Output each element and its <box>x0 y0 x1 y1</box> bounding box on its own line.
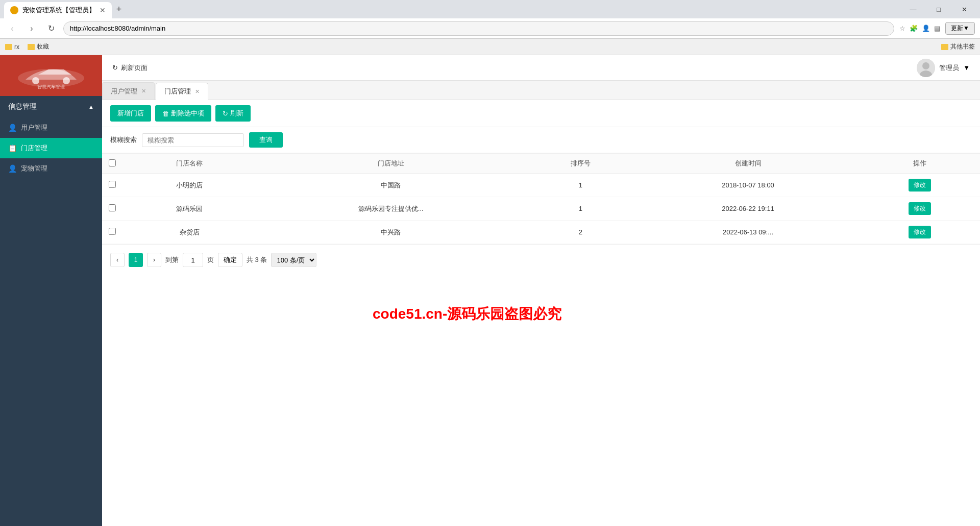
refresh-btn[interactable]: ↻ 刷新页面 <box>112 63 148 73</box>
sidebar-toggle-icon[interactable]: ▤ <box>934 25 940 32</box>
cell-address-0: 中国路 <box>257 174 525 197</box>
cell-order-1: 1 <box>525 197 636 221</box>
search-area: 模糊搜索 查询 <box>102 127 980 153</box>
new-tab-button[interactable]: + <box>112 2 126 16</box>
row-checkbox-1[interactable] <box>109 204 116 211</box>
page-unit: 页 <box>207 255 214 265</box>
cell-created-0: 2018-10-07 18:00 <box>636 174 860 197</box>
sidebar-logo: 智慧汽车管理 <box>0 55 102 96</box>
col-order: 排序号 <box>525 154 636 174</box>
bookmark-other[interactable]: 其他书签 <box>941 42 975 51</box>
page-size-select[interactable]: 100 条/页 50 条/页 20 条/页 <box>271 253 316 267</box>
close-btn[interactable]: ✕ <box>952 1 976 17</box>
row-checkbox-2[interactable] <box>109 228 116 235</box>
content-wrapper: code51.cn-源码乐园盗图必究 新增门店 🗑 删除选中项 ↻ 刷新 <box>102 100 980 275</box>
refresh-btn-label: 刷新 <box>230 109 243 118</box>
sidebar-section-header[interactable]: 信息管理 ▲ <box>0 96 102 117</box>
toolbar: 新增门店 🗑 删除选中项 ↻ 刷新 <box>102 100 980 127</box>
address-input[interactable] <box>63 21 894 36</box>
svg-point-1 <box>32 77 39 84</box>
cell-address-2: 中兴路 <box>257 221 525 244</box>
bookmark-label: 其他书签 <box>950 42 975 51</box>
tab-user-management[interactable]: 用户管理 ✕ <box>102 82 155 100</box>
modify-btn-0[interactable]: 修改 <box>909 179 931 192</box>
select-all-checkbox[interactable] <box>109 159 116 166</box>
avatar <box>917 59 935 77</box>
select-all-th <box>102 154 122 174</box>
minimize-btn[interactable]: — <box>901 1 925 17</box>
row-checkbox-0[interactable] <box>109 181 116 188</box>
goto-label: 到第 <box>165 255 179 265</box>
search-input[interactable] <box>142 133 244 147</box>
svg-point-5 <box>922 62 929 69</box>
chevron-up-icon: ▲ <box>88 104 94 110</box>
svg-point-2 <box>63 77 70 84</box>
profile-icon[interactable]: 👤 <box>922 25 930 32</box>
sidebar-item-label: 宠物管理 <box>21 164 47 173</box>
maximize-btn[interactable]: □ <box>927 1 950 17</box>
refresh-table-button[interactable]: ↻ 刷新 <box>215 105 251 122</box>
extensions-icon[interactable]: 🧩 <box>910 25 918 32</box>
table-row: 源码乐园 源码乐园专注提供优... 1 2022-06-22 19:11 修改 <box>102 197 980 221</box>
refresh-icon: ↻ <box>112 64 118 71</box>
header-user[interactable]: 管理员 ▼ <box>917 59 970 77</box>
cell-name-0: 小明的店 <box>122 174 257 197</box>
reload-btn[interactable]: ↻ <box>44 21 58 36</box>
cell-name-1: 源码乐园 <box>122 197 257 221</box>
bookmark-rx[interactable]: rx <box>5 43 19 51</box>
forward-btn[interactable]: › <box>24 21 39 36</box>
sidebar-section-info: 信息管理 ▲ 👤 用户管理 📋 门店管理 👤 宠物管理 <box>0 96 102 179</box>
tab-close-icon[interactable]: ✕ <box>141 88 146 94</box>
sidebar-item-pet[interactable]: 👤 宠物管理 <box>0 158 102 179</box>
content-area: code51.cn-源码乐园盗图必究 新增门店 🗑 删除选中项 ↻ 刷新 <box>102 100 980 526</box>
cell-created-1: 2022-06-22 19:11 <box>636 197 860 221</box>
prev-page-btn[interactable]: ‹ <box>110 253 125 267</box>
update-button[interactable]: 更新▼ <box>945 22 975 35</box>
sidebar-item-label: 门店管理 <box>21 144 47 153</box>
logo-svg: 智慧汽车管理 <box>10 60 92 91</box>
tab-store-management[interactable]: 门店管理 ✕ <box>156 83 208 100</box>
tab-close-icon[interactable]: ✕ <box>195 88 200 95</box>
tab-title: 宠物管理系统【管理员】 <box>22 6 95 15</box>
tab-close-btn[interactable]: ✕ <box>100 6 106 14</box>
tabs-bar: 用户管理 ✕ 门店管理 ✕ <box>102 81 980 100</box>
bookmark-favorites[interactable]: 收藏 <box>28 42 49 51</box>
bookmark-star-icon[interactable]: ☆ <box>899 25 905 32</box>
page-confirm-btn[interactable]: 确定 <box>218 253 242 267</box>
delete-btn-label: 删除选中项 <box>171 109 204 118</box>
refresh-label: 刷新页面 <box>121 63 148 73</box>
col-store-name: 门店名称 <box>122 154 257 174</box>
browser-titlebar: 宠物管理系统【管理员】 ✕ + — □ ✕ <box>0 0 980 18</box>
add-store-button[interactable]: 新增门店 <box>110 105 151 122</box>
pagination-area: ‹ 1 › 到第 页 确定 共 3 条 100 条/页 50 条/页 20 条/… <box>102 244 980 275</box>
browser-tab[interactable]: 宠物管理系统【管理员】 ✕ <box>4 2 112 18</box>
main-area: ↻ 刷新页面 管理员 ▼ <box>102 55 980 526</box>
sidebar-item-store[interactable]: 📋 门店管理 <box>0 138 102 158</box>
header-bar: ↻ 刷新页面 管理员 ▼ <box>102 55 980 81</box>
address-icons: ☆ 🧩 👤 ▤ <box>899 25 940 32</box>
delete-selected-button[interactable]: 🗑 删除选中项 <box>155 105 211 122</box>
username: 管理员 <box>939 63 959 73</box>
cell-name-2: 杂货店 <box>122 221 257 244</box>
sidebar-item-user[interactable]: 👤 用户管理 <box>0 117 102 138</box>
tab-favicon <box>10 6 18 14</box>
total-label: 共 3 条 <box>247 255 267 265</box>
tab-label: 门店管理 <box>164 87 191 96</box>
query-button[interactable]: 查询 <box>249 132 283 148</box>
folder-icon <box>28 44 35 50</box>
modify-btn-2[interactable]: 修改 <box>909 226 931 238</box>
data-table: 门店名称 门店地址 排序号 创建时间 操作 小明的店 中国路 1 2018-10… <box>102 153 980 244</box>
window-controls: — □ ✕ <box>901 1 976 17</box>
sidebar-item-label: 用户管理 <box>21 123 47 132</box>
back-btn[interactable]: ‹ <box>5 21 19 36</box>
next-page-btn[interactable]: › <box>147 253 161 267</box>
section-label: 信息管理 <box>8 102 37 111</box>
page-number-input[interactable] <box>183 253 203 267</box>
page-1-btn[interactable]: 1 <box>129 253 143 267</box>
modify-btn-1[interactable]: 修改 <box>909 202 931 215</box>
col-action: 操作 <box>860 154 980 174</box>
user-chevron-icon: ▼ <box>963 64 970 71</box>
watermark: code51.cn-源码乐园盗图必究 <box>373 304 561 324</box>
col-store-address: 门店地址 <box>257 154 525 174</box>
cell-order-0: 1 <box>525 174 636 197</box>
